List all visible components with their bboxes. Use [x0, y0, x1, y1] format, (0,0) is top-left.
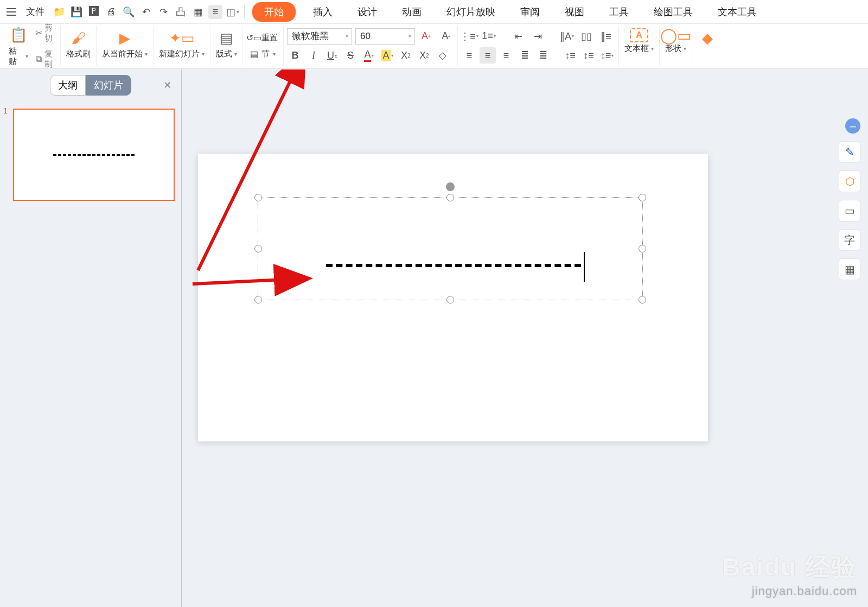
line-spacing-up-icon[interactable]: ↕≡ — [562, 47, 578, 64]
reset-section-group: ↺▭重置 ▤节 — [243, 26, 284, 66]
subscript-icon[interactable]: X2 — [416, 47, 432, 64]
resize-handle-tm[interactable] — [446, 194, 454, 201]
print-icon[interactable]: 🖨 — [104, 5, 118, 19]
font-name-combo[interactable]: 微软雅黑 — [287, 28, 352, 45]
file-menu[interactable]: 文件 — [22, 3, 49, 20]
tab-home[interactable]: 开始 — [252, 2, 296, 22]
open-icon[interactable]: 📁 — [52, 5, 66, 19]
resize-handle-mr[interactable] — [639, 245, 646, 252]
menubar: 文件 📁 💾 🅿 🖨 🔍 ↶ ↷ 凸 ▦ ≡ ◫ 开始 插入 设计 动画 幻灯片… — [0, 0, 868, 24]
reset-button[interactable]: ↺▭重置 — [246, 31, 280, 45]
superscript-icon[interactable]: X2 — [398, 47, 414, 64]
hamburger-menu-icon[interactable] — [4, 5, 18, 19]
layout-icon: ▤ — [217, 28, 237, 48]
decrease-font-icon[interactable]: A- — [438, 28, 454, 45]
float-display-icon[interactable]: ▭ — [839, 200, 860, 222]
increase-font-icon[interactable]: A+ — [418, 28, 435, 45]
resize-handle-ml[interactable] — [254, 245, 262, 252]
text-cursor — [584, 252, 585, 282]
resize-handle-br[interactable] — [639, 296, 646, 303]
tab-slides[interactable]: 幻灯片 — [86, 75, 131, 96]
print-preview-icon[interactable]: 🔍 — [122, 5, 136, 19]
new-slide-group: ✦▭ 新建幻灯片 — [154, 26, 210, 66]
bold-icon[interactable]: B — [287, 47, 303, 64]
tool-a-icon[interactable]: 凸 — [174, 5, 188, 19]
more-drawing-button[interactable]: ◆ — [695, 27, 719, 49]
align-right-icon[interactable]: ≡ — [498, 47, 514, 64]
paste-button[interactable]: 📋 粘贴 — [7, 24, 30, 68]
new-slide-button[interactable]: ✦▭ 新建幻灯片 — [157, 27, 207, 60]
bullets-icon[interactable]: ⋮≡▾ — [461, 28, 477, 45]
highlight-icon[interactable]: A▾ — [379, 47, 395, 64]
align-distribute-icon[interactable]: ≣ — [535, 47, 551, 64]
resize-handle-tl[interactable] — [254, 194, 262, 201]
rotate-handle[interactable] — [446, 182, 455, 191]
numbering-icon[interactable]: 1≡▾ — [481, 28, 497, 45]
resize-handle-bm[interactable] — [446, 296, 454, 303]
line-spacing-icon[interactable]: ↕≡▾ — [599, 47, 615, 64]
fill-icon: ◆ — [698, 28, 717, 48]
layout-button[interactable]: ▤ 版式 — [214, 27, 239, 60]
decrease-indent-icon[interactable]: ⇤ — [510, 28, 526, 45]
slide-canvas[interactable] — [198, 154, 708, 441]
format-painter-button[interactable]: 🖌 格式刷 — [64, 27, 93, 60]
section-icon: ▤ — [248, 49, 259, 60]
align-text-icon[interactable]: ‖≡ — [598, 28, 614, 45]
more-group: ◆ — [692, 26, 723, 66]
tab-review[interactable]: 审阅 — [513, 2, 547, 22]
font-color-icon[interactable]: A▾ — [361, 47, 377, 64]
resize-handle-tr[interactable] — [639, 194, 646, 201]
align-center-icon[interactable]: ≡ — [480, 47, 496, 64]
clear-format-icon[interactable]: ◇ — [435, 47, 451, 64]
tab-text-tools[interactable]: 文本工具 — [710, 2, 764, 22]
tab-drawing-tools[interactable]: 绘图工具 — [646, 2, 700, 22]
tab-tools[interactable]: 工具 — [602, 2, 636, 22]
undo-icon[interactable]: ↶ — [139, 5, 153, 19]
cut-button[interactable]: ✂剪切 — [33, 22, 58, 45]
italic-icon[interactable]: I — [305, 47, 322, 64]
tab-view[interactable]: 视图 — [557, 2, 592, 22]
slide-thumbnail-1[interactable] — [13, 109, 175, 201]
tab-outline[interactable]: 大纲 — [50, 75, 86, 96]
line-spacing-down-icon[interactable]: ↕≡ — [580, 47, 597, 64]
tool-b-icon[interactable]: ▦ — [191, 5, 205, 19]
tab-insert[interactable]: 插入 — [305, 2, 340, 22]
increase-indent-icon[interactable]: ⇥ — [529, 28, 546, 45]
float-fill-icon[interactable]: ⬡ — [839, 170, 860, 192]
shape-button[interactable]: ◯▭ 形状 — [663, 27, 688, 55]
from-current-button[interactable]: ▶ 从当前开始 — [100, 27, 150, 60]
quick-tools-more-icon[interactable]: ◫ — [226, 5, 240, 19]
selected-textbox[interactable] — [258, 197, 643, 300]
export-pdf-icon[interactable]: 🅿 — [87, 5, 101, 19]
resize-handle-bl[interactable] — [254, 296, 262, 303]
float-text-icon[interactable]: 字 — [839, 229, 860, 251]
tab-design[interactable]: 设计 — [350, 2, 385, 22]
save-icon[interactable]: 💾 — [69, 5, 84, 19]
tab-slideshow[interactable]: 幻灯片放映 — [439, 2, 503, 22]
scissors-icon: ✂ — [35, 28, 42, 39]
float-collapse-icon[interactable]: – — [845, 118, 860, 134]
text-direction-icon[interactable]: ‖A▾ — [559, 28, 575, 45]
columns-icon[interactable]: ▯▯ — [578, 28, 595, 45]
textbox-label: 文本框 — [624, 43, 654, 54]
layout-group: ▤ 版式 — [210, 26, 243, 66]
section-button[interactable]: ▤节 — [246, 48, 278, 61]
ribbon: 📋 粘贴 ✂剪切 ⧉复制 🖌 格式刷 ▶ 从当前开始 ✦▭ 新建幻灯片 ▤ 版式… — [0, 24, 868, 68]
copy-button[interactable]: ⧉复制 — [33, 48, 58, 71]
float-pen-icon[interactable]: ✎ — [839, 141, 860, 163]
tool-c-icon[interactable]: ≡ — [208, 5, 222, 19]
align-justify-icon[interactable]: ≣ — [516, 47, 533, 64]
slide-thumb-wrap: 1 — [4, 109, 177, 201]
align-left-icon[interactable]: ≡ — [461, 47, 477, 64]
watermark-url: jingyan.baidu.com — [722, 584, 857, 598]
strikethrough-icon[interactable]: S — [342, 47, 359, 64]
underline-icon[interactable]: U▾ — [324, 47, 340, 64]
redo-icon[interactable]: ↷ — [156, 5, 170, 19]
panel-close-icon[interactable]: ✕ — [163, 79, 171, 91]
float-tools: – ✎ ⬡ ▭ 字 ▦ — [839, 118, 860, 280]
float-grid-icon[interactable]: ▦ — [839, 258, 860, 280]
tab-animation[interactable]: 动画 — [394, 2, 429, 22]
font-size-combo[interactable]: 60 — [355, 28, 415, 45]
textbox-button[interactable]: 文本框 — [622, 27, 656, 55]
section-label: 节 — [261, 49, 270, 59]
